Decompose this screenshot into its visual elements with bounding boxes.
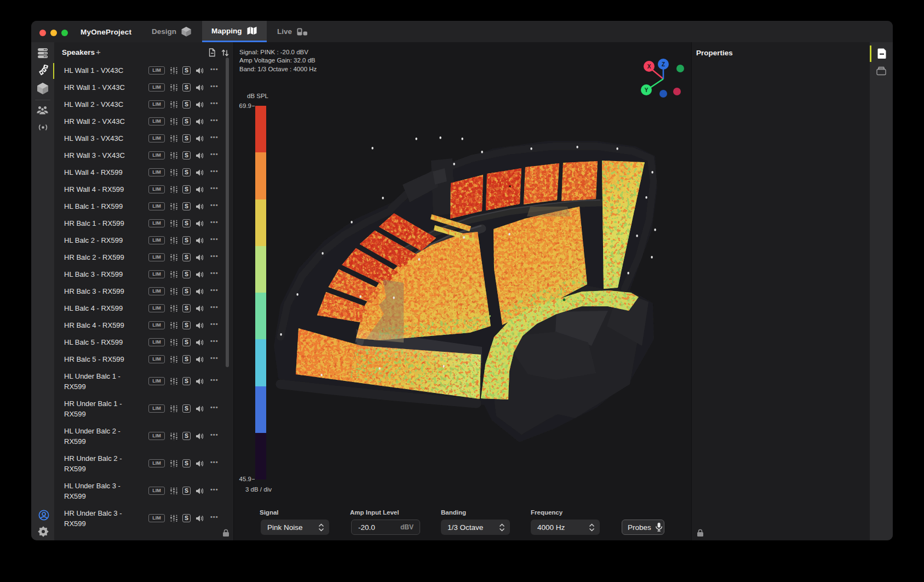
svg-text:X: X: [647, 64, 651, 70]
svg-text:Z: Z: [662, 61, 665, 67]
svg-text:Y: Y: [645, 87, 648, 93]
